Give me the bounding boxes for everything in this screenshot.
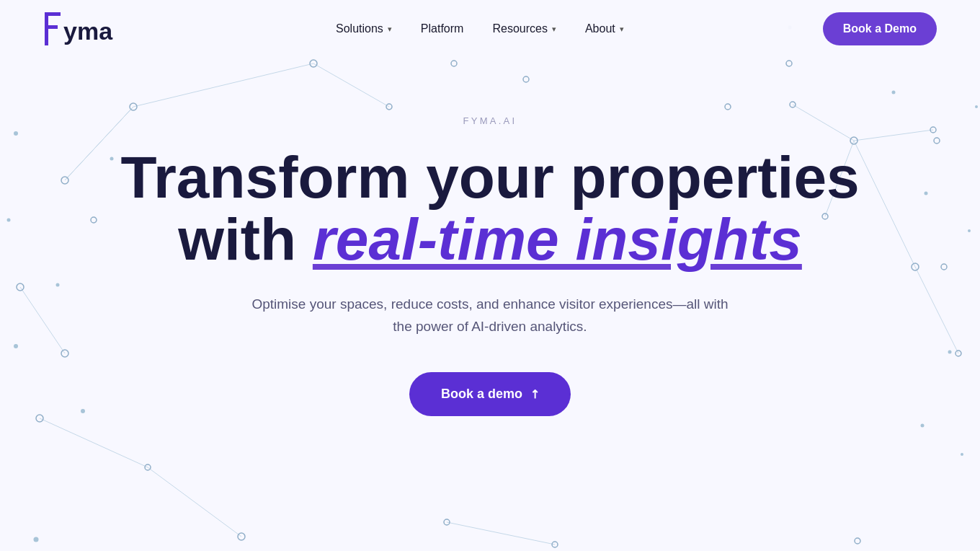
svg-rect-55: [45, 25, 58, 29]
hero-title: Transform your properties with real-time…: [120, 146, 859, 270]
hero-book-demo-button[interactable]: Book a demo ↗: [409, 372, 571, 416]
svg-point-32: [444, 519, 450, 525]
chevron-down-icon: ▾: [552, 25, 556, 34]
svg-rect-54: [45, 12, 61, 16]
svg-line-11: [148, 467, 241, 537]
hero-section: FYMA.AI Transform your properties with r…: [0, 58, 980, 416]
chevron-down-icon: ▾: [388, 25, 392, 34]
hero-title-highlight: real-time insights: [313, 206, 802, 272]
svg-text:yma: yma: [63, 17, 113, 45]
hero-eyebrow: FYMA.AI: [463, 115, 517, 126]
arrow-icon: ↗: [526, 386, 543, 402]
svg-point-44: [34, 537, 39, 542]
nav-about[interactable]: About ▾: [585, 22, 624, 35]
svg-point-51: [921, 424, 925, 428]
hero-subtitle: Optimise your spaces, reduce costs, and …: [245, 294, 735, 338]
svg-point-37: [855, 538, 860, 544]
nav-platform[interactable]: Platform: [421, 22, 464, 35]
svg-point-52: [961, 453, 963, 456]
nav-resources[interactable]: Resources ▾: [492, 22, 556, 35]
svg-point-31: [238, 533, 245, 540]
svg-point-30: [145, 464, 151, 470]
navbar: yma Solutions ▾ Platform Resources ▾ Abo…: [0, 0, 980, 58]
nav-book-demo-button[interactable]: Book a Demo: [823, 12, 937, 45]
chevron-down-icon: ▾: [620, 25, 624, 34]
logo[interactable]: yma: [43, 11, 137, 47]
svg-point-33: [552, 542, 558, 547]
nav-solutions[interactable]: Solutions ▾: [336, 22, 392, 35]
svg-line-12: [447, 522, 555, 545]
nav-links: Solutions ▾ Platform Resources ▾ About ▾: [336, 22, 624, 35]
svg-line-10: [40, 418, 148, 467]
